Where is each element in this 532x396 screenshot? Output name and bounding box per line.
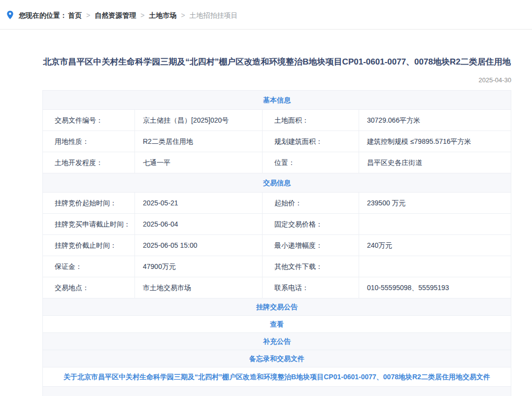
field-label: 联系电话： — [263, 277, 359, 298]
field-label: 挂牌竞买申请截止时间： — [43, 214, 135, 235]
table-section-row: 基本信息 — [43, 91, 511, 110]
main-content: 北京市昌平区中关村生命科学园三期及“北四村”棚户区改造和环境整治B地块项目CP0… — [42, 55, 511, 396]
view-link[interactable]: 查看 — [43, 316, 511, 333]
field-label: 交易地点： — [43, 277, 135, 298]
table-row: 交易地点： 市土地交易市场 联系电话： 010-55595098、5559519… — [43, 277, 511, 298]
memo-documents-header: 备忘录和交易文件 — [43, 350, 511, 367]
breadcrumb-item-natural-resources[interactable]: 自然资源管理 — [95, 11, 136, 19]
field-value: 京土储挂（昌）[2025]020号 — [135, 110, 263, 131]
table-row: 用地性质： R2二类居住用地 规划建筑面积： 建筑控制规模 ≤79895.571… — [43, 131, 511, 152]
breadcrumb-item-home[interactable]: 首页 — [68, 11, 82, 19]
field-value: 市土地交易市场 — [135, 277, 263, 298]
transaction-document-link[interactable]: 关于北京市昌平区中关村生命科学园三期及“北四村”棚户区改造和环境整治B地块项目C… — [43, 367, 511, 387]
breadcrumb-item-current-page: 土地招拍挂项目 — [190, 11, 238, 19]
location-pin-icon — [6, 10, 14, 20]
section-header-basic-info: 基本信息 — [43, 91, 511, 110]
breadcrumb: 您现在的位置： 首页 > 自然资源管理 > 土地市场 > 土地招拍挂项目 — [0, 0, 532, 20]
table-row: 挂牌竞买申请截止时间： 2025-06-04 固定交易价格： — [43, 214, 511, 235]
breadcrumb-separator: > — [181, 11, 185, 19]
table-section-row: 备忘录和交易文件 — [43, 350, 511, 367]
field-label: 其他文件下载： — [263, 256, 359, 277]
field-value: 30729.066平方米 — [359, 110, 511, 131]
field-label: 挂牌竞价起始时间： — [43, 193, 135, 214]
partial-next-section-row — [43, 387, 511, 396]
field-value: 2025-05-21 — [135, 193, 263, 214]
field-label: 保证金： — [43, 256, 135, 277]
field-value — [359, 256, 511, 277]
field-value: 47900万元 — [135, 256, 263, 277]
field-value: 建筑控制规模 ≤79895.5716平方米 — [359, 131, 511, 152]
field-value: 010-55595098、55595193 — [359, 277, 511, 298]
field-value: 239500 万元 — [359, 193, 511, 214]
field-label: 规划建筑面积： — [263, 131, 359, 152]
field-label: 土地开发程度： — [43, 152, 135, 173]
table-row: 土地开发程度： 七通一平 位置： 昌平区史各庄街道 — [43, 152, 511, 173]
field-value — [359, 214, 511, 235]
land-detail-table: 基本信息 交易文件编号： 京土储挂（昌）[2025]020号 土地面积： 307… — [42, 90, 511, 396]
field-value: 240万元 — [359, 235, 511, 256]
table-row: 挂牌竞价起始时间： 2025-05-21 起始价： 239500 万元 — [43, 193, 511, 214]
field-label: 交易文件编号： — [43, 110, 135, 131]
page-title: 北京市昌平区中关村生命科学园三期及“北四村”棚户区改造和环境整治B地块项目CP0… — [42, 55, 511, 69]
breadcrumb-prefix: 您现在的位置： — [19, 11, 67, 19]
table-section-row: 交易信息 — [43, 173, 511, 193]
supplementary-announcement-header: 补充公告 — [43, 333, 511, 350]
breadcrumb-separator: > — [86, 11, 90, 19]
table-row: 查看 — [43, 316, 511, 333]
field-label: 用地性质： — [43, 131, 135, 152]
table-row: 关于北京市昌平区中关村生命科学园三期及“北四村”棚户区改造和环境整治B地块项目C… — [43, 367, 511, 387]
table-row: 挂牌竞价截止时间： 2025-06-05 15:00 最小递增幅度： 240万元 — [43, 235, 511, 256]
field-label: 挂牌竞价截止时间： — [43, 235, 135, 256]
field-value: 昌平区史各庄街道 — [359, 152, 511, 173]
table-section-row: 挂牌交易公告 — [43, 298, 511, 316]
header-divider — [0, 29, 532, 30]
section-header-transaction-info: 交易信息 — [43, 173, 511, 193]
field-value: 2025-06-05 15:00 — [135, 235, 263, 256]
field-value: 七通一平 — [135, 152, 263, 173]
table-row: 保证金： 47900万元 其他文件下载： — [43, 256, 511, 277]
field-label: 最小递增幅度： — [263, 235, 359, 256]
field-label: 土地面积： — [263, 110, 359, 131]
listing-announcement-header: 挂牌交易公告 — [43, 298, 511, 316]
breadcrumb-separator: > — [140, 11, 144, 19]
field-value: 2025-06-04 — [135, 214, 263, 235]
field-value: R2二类居住用地 — [135, 131, 263, 152]
partial-next-section-cell — [43, 387, 511, 396]
publish-date: 2025-04-30 — [42, 76, 511, 84]
field-label: 固定交易价格： — [263, 214, 359, 235]
table-row: 交易文件编号： 京土储挂（昌）[2025]020号 土地面积： 30729.06… — [43, 110, 511, 131]
table-section-row: 补充公告 — [43, 333, 511, 350]
field-label: 位置： — [263, 152, 359, 173]
breadcrumb-item-land-market[interactable]: 土地市场 — [149, 11, 176, 19]
field-label: 起始价： — [263, 193, 359, 214]
